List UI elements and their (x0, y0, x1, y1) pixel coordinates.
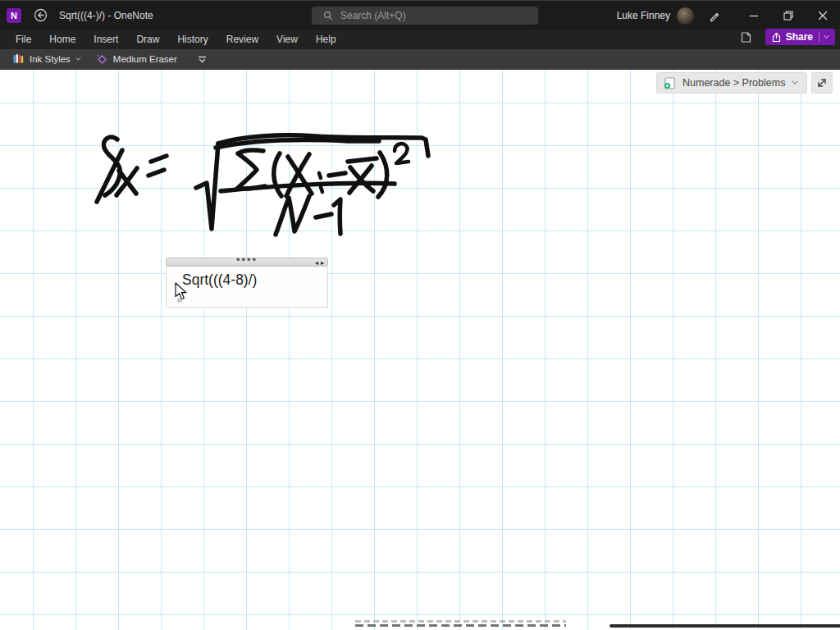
ribbon-options-button[interactable] (192, 54, 212, 65)
share-label: Share (786, 31, 813, 43)
menubar: File Home Insert Draw History Review Vie… (0, 30, 840, 49)
page-nav-chevron-icon[interactable] (792, 78, 798, 84)
text-box-drag-handle[interactable]: •••• ◂ ▸ (166, 258, 328, 267)
handle-right-arrow-icon[interactable]: ▸ (321, 258, 324, 267)
restore-icon (783, 11, 793, 21)
ink-styles-label: Ink Styles (30, 54, 71, 64)
menu-review[interactable]: Review (217, 34, 267, 45)
close-button[interactable] (806, 1, 840, 30)
notebook-dropdown[interactable]: Numerade > Problems (656, 72, 807, 94)
medium-eraser-button[interactable]: Medium Eraser (91, 53, 182, 66)
medium-eraser-label: Medium Eraser (113, 54, 177, 64)
ribbon-collapse-icon (197, 54, 208, 65)
menu-help[interactable]: Help (307, 34, 345, 45)
window-title: Sqrt(((4-)/) - OneNote (59, 10, 153, 21)
minimize-icon (749, 11, 759, 21)
menu-insert[interactable]: Insert (84, 34, 127, 45)
full-page-view-button[interactable] (811, 72, 833, 94)
side-panel-button[interactable] (737, 28, 756, 46)
share-chevron-icon[interactable] (824, 33, 829, 38)
page-icon (740, 31, 752, 43)
page-nav-bar: Numerade > Problems (656, 72, 833, 94)
clipped-ink-stroke (609, 624, 840, 628)
share-divider (819, 32, 819, 42)
pen-icon (708, 9, 721, 22)
ink-styles-icon (11, 52, 25, 66)
eraser-icon (96, 53, 108, 66)
ink-styles-chevron-icon (75, 56, 80, 61)
pen-settings-button[interactable] (705, 7, 724, 25)
avatar[interactable] (677, 7, 694, 25)
drag-handle-dots: •••• (167, 255, 327, 264)
ink-toolbar: Ink Styles Medium Eraser (0, 49, 840, 70)
page-canvas[interactable]: Numerade > Problems •••• ◂ ▸ (0, 70, 840, 630)
page-nav-label: Numerade > Problems (682, 77, 785, 89)
minimize-button[interactable] (737, 1, 771, 30)
account-name[interactable]: Luke Finney (617, 10, 670, 21)
mouse-cursor (175, 282, 193, 304)
share-icon (771, 32, 782, 43)
onenote-window: N Sqrt(((4-)/) - OneNote Search (Alt+Q) … (0, 0, 840, 630)
text-box-content: Sqrt(((4-8)/) (182, 272, 257, 288)
handle-nav-arrows[interactable]: ◂ ▸ (315, 258, 324, 267)
clipped-text-artifact (355, 620, 566, 628)
menu-view[interactable]: View (267, 34, 307, 45)
notebook-icon (663, 76, 676, 90)
onenote-logo-letter: N (11, 11, 17, 21)
search-placeholder: Search (Alt+Q) (340, 10, 406, 21)
expand-icon (816, 77, 828, 89)
search-input[interactable]: Search (Alt+Q) (312, 7, 538, 25)
restore-button[interactable] (771, 1, 806, 30)
share-button[interactable]: Share (765, 29, 835, 45)
menu-history[interactable]: History (168, 34, 217, 45)
onenote-app-icon[interactable]: N (7, 8, 21, 23)
menu-file[interactable]: File (7, 34, 40, 45)
titlebar: N Sqrt(((4-)/) - OneNote Search (Alt+Q) … (0, 0, 840, 30)
menu-draw[interactable]: Draw (127, 34, 168, 45)
close-icon (818, 11, 828, 21)
back-arrow-icon (34, 8, 48, 22)
ink-styles-dropdown[interactable]: Ink Styles (7, 52, 86, 66)
handwritten-formula-ink[interactable] (0, 70, 840, 630)
search-icon (323, 11, 333, 21)
handle-left-arrow-icon[interactable]: ◂ (315, 258, 318, 267)
back-button[interactable] (31, 7, 49, 25)
menu-home[interactable]: Home (40, 34, 84, 45)
